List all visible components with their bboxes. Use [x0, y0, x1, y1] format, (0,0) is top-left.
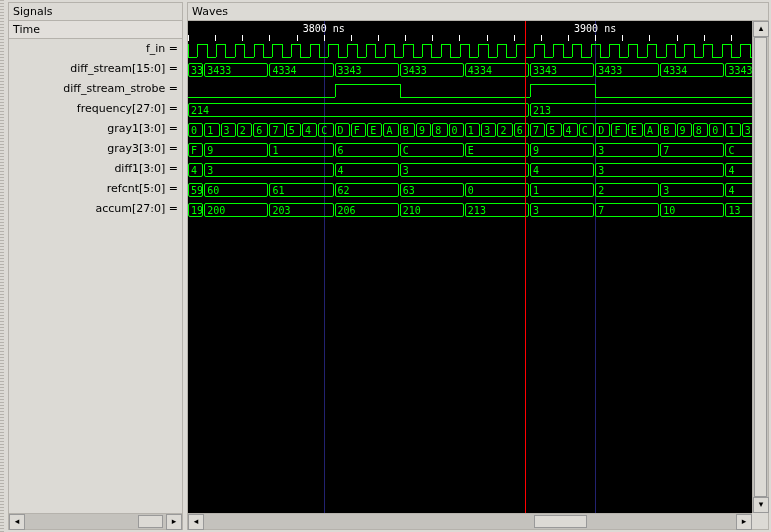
bus-value: F — [351, 123, 366, 137]
scroll-track[interactable] — [753, 37, 768, 497]
bus-value: 5 — [286, 123, 301, 137]
waves-panel: Waves 3800 ns3900 ns33+34334334334334334… — [187, 2, 769, 530]
bus-value: B — [400, 123, 415, 137]
bus-value: 4 — [188, 163, 203, 177]
bus-value: 210 — [400, 203, 464, 217]
bus-value: A — [644, 123, 659, 137]
scroll-track[interactable] — [204, 514, 736, 529]
bus-value: E — [465, 143, 529, 157]
bus-value: D — [595, 123, 610, 137]
scroll-up-icon[interactable]: ▴ — [753, 21, 769, 37]
bus-value: B — [660, 123, 675, 137]
bus-value: 7 — [530, 123, 545, 137]
bus-value: 3 — [530, 203, 594, 217]
bus-value: 214 — [188, 103, 529, 117]
bus-value: F — [611, 123, 626, 137]
signal-name[interactable]: frequency[27:0] = — [9, 99, 182, 119]
time-label: 3800 ns — [303, 23, 345, 34]
waves-v-scroll[interactable]: ▴ ▾ — [752, 21, 768, 513]
waves-canvas[interactable]: 3800 ns3900 ns33+34334334334334334334334… — [188, 21, 768, 513]
bus-value: 6 — [253, 123, 268, 137]
bus-value: 3 — [204, 163, 333, 177]
signals-subheader[interactable]: Time — [9, 21, 182, 39]
time-label: 3900 ns — [574, 23, 616, 34]
bus-value: 1 — [269, 143, 333, 157]
wave-row-frequency[interactable]: 214213 — [188, 101, 768, 121]
bus-value: 3343 — [530, 63, 594, 77]
bus-value: 3343 — [335, 63, 399, 77]
scroll-thumb[interactable] — [534, 515, 587, 528]
bus-value: 63 — [400, 183, 464, 197]
wave-row-gray1[interactable]: 01326754CDFEAB9801326754CDFEAB9801326 — [188, 121, 768, 141]
bus-value: E — [628, 123, 643, 137]
bus-value: C — [579, 123, 594, 137]
wave-row-f_in[interactable] — [188, 41, 768, 61]
signal-name[interactable]: gray3[3:0] = — [9, 139, 182, 159]
bus-value: 206 — [335, 203, 399, 217]
bus-value: 3 — [660, 183, 724, 197]
wave-row-accum[interactable]: 196200203206210213371013 — [188, 201, 768, 221]
bus-value: 4334 — [465, 63, 529, 77]
bus-value: 0 — [449, 123, 464, 137]
bus-value: 7 — [269, 123, 284, 137]
scroll-down-icon[interactable]: ▾ — [753, 497, 769, 513]
scroll-thumb[interactable] — [754, 37, 767, 497]
scroll-left-icon[interactable]: ◂ — [9, 514, 25, 530]
bus-value: 62 — [335, 183, 399, 197]
signals-panel: Signals Time f_in =diff_stream[15:0] =di… — [8, 2, 183, 530]
waves-h-scroll[interactable]: ◂ ▸ — [188, 513, 752, 529]
waves-title: Waves — [188, 3, 768, 21]
signal-name[interactable]: diff_stream[15:0] = — [9, 59, 182, 79]
bus-value: 8 — [693, 123, 708, 137]
bus-value: 3433 — [204, 63, 268, 77]
bus-value: 4334 — [660, 63, 724, 77]
signal-name[interactable]: diff1[3:0] = — [9, 159, 182, 179]
bus-value: 3433 — [595, 63, 659, 77]
bus-value: A — [383, 123, 398, 137]
bus-value: 2 — [497, 123, 512, 137]
wave-row-diff_stream[interactable]: 33+343343343343343343343343343343343343 — [188, 61, 768, 81]
bus-value: 7 — [595, 203, 659, 217]
signal-name[interactable]: accum[27:0] = — [9, 199, 182, 219]
bus-value: 8 — [432, 123, 447, 137]
signal-name[interactable]: f_in = — [9, 39, 182, 59]
signals-list: f_in =diff_stream[15:0] =diff_stream_str… — [9, 39, 182, 513]
bus-value: 196 — [188, 203, 203, 217]
scroll-left-icon[interactable]: ◂ — [188, 514, 204, 530]
scroll-track[interactable] — [25, 514, 166, 529]
scroll-right-icon[interactable]: ▸ — [736, 514, 752, 530]
bus-value: 1 — [465, 123, 480, 137]
bus-value: 203 — [269, 203, 333, 217]
signal-name[interactable]: refcnt[5:0] = — [9, 179, 182, 199]
wave-row-gray3[interactable]: F916CE937C — [188, 141, 768, 161]
bus-value: 33+ — [188, 63, 203, 77]
time-cursor[interactable] — [525, 21, 526, 513]
wave-row-diff1[interactable]: 4343434 — [188, 161, 768, 181]
timeline[interactable]: 3800 ns3900 ns — [188, 21, 768, 41]
signals-h-scroll[interactable]: ◂ ▸ — [9, 513, 182, 529]
resize-grip-left[interactable] — [0, 0, 4, 532]
bus-value: 6 — [335, 143, 399, 157]
bus-value: 7 — [660, 143, 724, 157]
bus-value: C — [318, 123, 333, 137]
bus-value: 3 — [595, 163, 724, 177]
bus-value: 9 — [204, 143, 268, 157]
signals-title: Signals — [9, 3, 182, 21]
bus-value: 59 — [188, 183, 203, 197]
scroll-thumb[interactable] — [138, 515, 163, 528]
bus-value: C — [400, 143, 464, 157]
bus-value: 4 — [530, 163, 594, 177]
bus-value: 0 — [188, 123, 203, 137]
scroll-right-icon[interactable]: ▸ — [166, 514, 182, 530]
bus-value: 3 — [400, 163, 529, 177]
bus-value: E — [367, 123, 382, 137]
signal-name[interactable]: diff_stream_strobe = — [9, 79, 182, 99]
bus-value: D — [335, 123, 350, 137]
bus-value: 200 — [204, 203, 268, 217]
bus-value: 2 — [237, 123, 252, 137]
signal-name[interactable]: gray1[3:0] = — [9, 119, 182, 139]
bus-value: 10 — [660, 203, 724, 217]
bus-value: 5 — [546, 123, 561, 137]
wave-row-refcnt[interactable]: 596061626301234 — [188, 181, 768, 201]
wave-row-diff_stream_strobe[interactable] — [188, 81, 768, 101]
